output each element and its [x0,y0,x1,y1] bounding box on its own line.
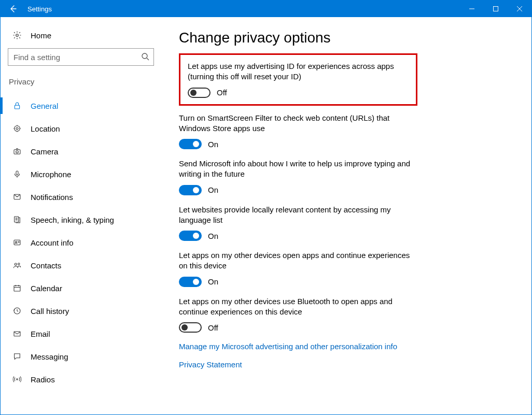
setting-description: Turn on SmartScreen Filter to check web … [179,113,412,134]
sidebar: Home Find a setting Privacy GeneralLocat… [1,17,161,414]
svg-rect-25 [14,285,20,291]
sidebar-item-account-info[interactable]: Account info [8,231,154,254]
setting-description: Let websites provide locally relevant co… [179,205,412,226]
back-button[interactable] [1,1,25,17]
gear-icon [11,31,23,40]
svg-point-24 [18,263,20,265]
svg-point-8 [16,127,18,130]
sidebar-section-label: Privacy [8,77,154,89]
sidebar-item-label: Microphone [23,170,71,179]
svg-point-5 [142,53,147,59]
toggle-state-label: Off [208,323,218,332]
toggle-row: On [179,277,412,287]
sidebar-item-microphone[interactable]: Microphone [8,163,154,185]
sidebar-item-label: Speech, inking, & typing [23,216,114,224]
svg-rect-7 [15,105,19,109]
svg-point-15 [16,151,19,153]
minimize-button[interactable] [460,1,484,17]
setting-group: Let apps on my other devices use Bluetoo… [179,296,412,333]
call-history-icon [11,307,23,315]
toggle-switch[interactable] [179,277,202,287]
toggle-row: On [179,139,412,149]
toggle-state-label: On [208,185,218,194]
sidebar-item-label: Radios [23,375,55,384]
privacy-link[interactable]: Privacy Statement [179,360,511,369]
svg-rect-16 [16,171,18,175]
svg-point-20 [16,241,17,243]
sidebar-item-label: Account info [23,238,74,247]
toggle-row: On [179,185,412,195]
sidebar-item-general[interactable]: General [8,94,154,117]
sidebar-item-camera[interactable]: Camera [8,140,154,163]
calendar-icon [11,284,23,292]
svg-line-6 [147,58,149,60]
window-title: Settings [25,5,52,13]
setting-description: Let apps on my other devices use Bluetoo… [179,296,412,318]
toggle-switch[interactable] [188,88,211,98]
contacts-icon [11,261,23,269]
toggle-row: On [179,231,412,241]
setting-group: Let apps on my other devices open apps a… [179,250,412,287]
sidebar-item-radios[interactable]: Radios [8,368,154,391]
setting-description: Let apps on my other devices open apps a… [179,250,412,271]
toggle-row: Off [188,88,409,98]
messaging-icon [11,352,23,361]
maximize-button[interactable] [484,1,508,17]
home-label: Home [23,31,51,40]
sidebar-item-contacts[interactable]: Contacts [8,254,154,277]
privacy-link[interactable]: Manage my Microsoft advertising and othe… [179,342,511,351]
microphone-icon [11,170,23,178]
toggle-state-label: On [208,277,218,286]
close-button[interactable] [508,1,531,17]
svg-rect-18 [15,217,19,222]
toggle-state-label: On [208,232,218,240]
sidebar-item-label: Camera [23,147,58,156]
sidebar-item-speech-inking-typing[interactable]: Speech, inking, & typing [8,208,154,231]
sidebar-item-location[interactable]: Location [8,117,154,140]
sidebar-item-notifications[interactable]: Notifications [8,185,154,208]
setting-description: Let apps use my advertising ID for exper… [188,61,409,82]
titlebar: Settings [1,1,531,17]
svg-rect-1 [494,7,498,11]
email-icon [11,330,23,338]
highlight-box: Let apps use my advertising ID for exper… [179,53,417,106]
toggle-state-label: Off [217,88,227,97]
home-nav[interactable]: Home [8,28,154,48]
svg-point-23 [15,263,17,265]
setting-group: Turn on SmartScreen Filter to check web … [179,113,412,150]
search-input[interactable]: Find a setting [8,48,154,66]
search-icon [141,52,149,62]
setting-group: Let websites provide locally relevant co… [179,205,412,241]
lock-icon [11,102,23,110]
sidebar-item-label: Call history [23,307,69,316]
svg-rect-14 [14,150,20,154]
sidebar-item-label: Messaging [23,352,68,361]
svg-point-9 [15,126,20,132]
speech-icon [11,216,23,224]
sidebar-item-calendar[interactable]: Calendar [8,277,154,299]
sidebar-item-call-history[interactable]: Call history [8,299,154,322]
svg-point-4 [16,34,19,37]
sidebar-item-label: Email [23,330,50,338]
back-arrow-icon [9,5,17,13]
sidebar-item-messaging[interactable]: Messaging [8,345,154,368]
notifications-icon [11,193,23,201]
location-icon [11,124,23,133]
sidebar-nav-list: GeneralLocationCameraMicrophoneNotificat… [8,94,154,391]
sidebar-item-email[interactable]: Email [8,322,154,345]
svg-point-31 [17,379,18,380]
sidebar-item-label: General [23,102,58,110]
setting-group: Send Microsoft info about how I write to… [179,159,412,195]
toggle-switch[interactable] [179,322,202,333]
sidebar-item-label: Notifications [23,193,73,202]
settings-window: Settings Home [0,0,532,415]
toggle-state-label: On [208,140,218,149]
setting-group: Let apps use my advertising ID for exper… [188,61,409,98]
sidebar-item-label: Location [23,124,60,133]
radios-icon [11,375,23,383]
search-placeholder: Find a setting [13,53,141,62]
toggle-switch[interactable] [179,185,202,195]
toggle-switch[interactable] [179,231,202,241]
toggle-switch[interactable] [179,139,202,149]
main-content: Change privacy options Let apps use my a… [161,17,531,414]
